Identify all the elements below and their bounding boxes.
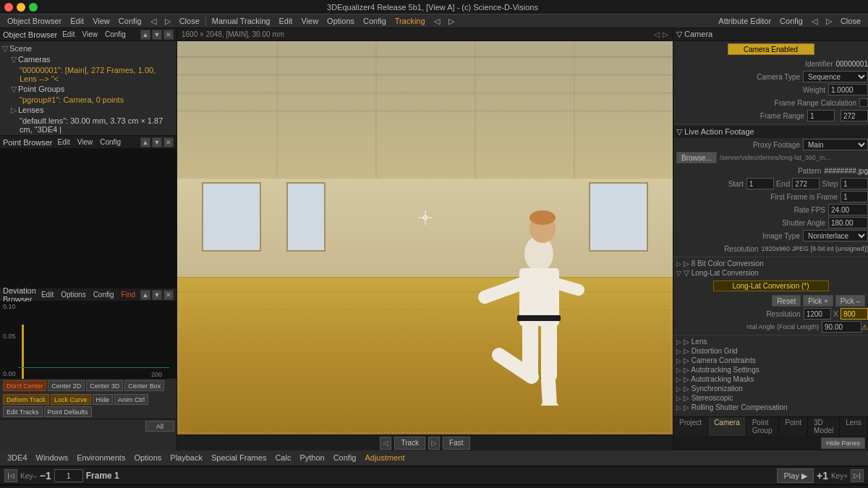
collapse-distortion-grid[interactable]: ▷ ▷ Distortion Grid (673, 346, 868, 356)
btn-camera-enabled[interactable]: Camera Enabled (728, 43, 814, 55)
btn-track-next[interactable]: ▷ (428, 437, 440, 450)
btn-long-lat-conversion[interactable]: Long-Lat Conversion (*) (713, 281, 829, 291)
attr-ll-res-x-input[interactable] (804, 308, 831, 320)
menu-attr-nav-left[interactable]: ◁ (807, 14, 822, 28)
menu-view-1[interactable]: View (88, 14, 114, 28)
menu-nav-right-1[interactable]: ▷ (161, 14, 175, 28)
btn-anim-ctrl[interactable]: Anim Ctrl (114, 394, 148, 405)
tree-pgroup-entry[interactable]: "pgroup#1": Camera, 0 points (2, 95, 174, 105)
collapse-rolling-shutter[interactable]: ▷ ▷ Rolling Shutter Compensation (673, 403, 868, 412)
ob-menu-edit[interactable]: Edit (60, 30, 77, 40)
menu-attr-editor[interactable]: Attribute Editor (714, 14, 775, 28)
menu-nav-right-2[interactable]: ▷ (444, 14, 459, 28)
dev-close[interactable]: ✕ (163, 290, 174, 300)
bm-playback[interactable]: Playback (166, 451, 207, 465)
btn-edit-tracks[interactable]: Edit Tracks (3, 406, 43, 417)
tab-point[interactable]: Point (779, 417, 808, 436)
tab-project[interactable]: Project (673, 417, 708, 436)
bm-python[interactable]: Python (295, 451, 328, 465)
menu-edit-1[interactable]: Edit (66, 14, 88, 28)
attr-proxy-select[interactable]: Main (803, 139, 868, 150)
ob-menu-view[interactable]: View (80, 30, 100, 40)
btn-deform-track[interactable]: Deform Track (3, 394, 49, 405)
tree-camera-entry[interactable]: "00000001": [Main], 272 Frames, 1.00, Le… (2, 65, 174, 84)
attr-frame-range-start[interactable] (807, 110, 835, 121)
btn-center-box[interactable]: Center Box (124, 380, 164, 391)
btn-browse[interactable]: Browse... (676, 152, 717, 163)
menu-options-2[interactable]: Options (323, 14, 359, 28)
collapse-camera-constraints[interactable]: ▷ ▷ Camera Constraints (673, 356, 868, 365)
menu-close-1[interactable]: Close (175, 14, 204, 28)
menu-attr-config[interactable]: Config (775, 14, 807, 28)
btn-play-first[interactable]: |◁ (4, 469, 17, 482)
attr-camera-type-select[interactable]: Sequence (803, 71, 868, 82)
attr-weight-input[interactable] (828, 84, 868, 95)
menu-nav-left-1[interactable]: ◁ (146, 14, 161, 28)
attr-rate-fps-input[interactable] (828, 204, 868, 215)
btn-play[interactable]: Play ▶ (777, 468, 813, 483)
vp-nav-right[interactable]: ▷ (663, 30, 668, 38)
ob-close[interactable]: ✕ (163, 30, 174, 40)
bm-adjustment[interactable]: Adjustment (360, 451, 409, 465)
menu-edit-2[interactable]: Edit (274, 14, 297, 28)
ob-menu-config[interactable]: Config (103, 30, 128, 40)
attr-ll-res-y-input[interactable] (841, 308, 868, 320)
tab-3d-model[interactable]: 3D Model (808, 417, 840, 436)
dev-menu-edit[interactable]: Edit (39, 290, 56, 300)
dev-menu-find[interactable]: Find (119, 290, 137, 300)
collapse-stereoscopic[interactable]: ▷ ▷ Stereoscopic (673, 393, 868, 403)
viewport-content[interactable] (177, 41, 673, 435)
bm-environments[interactable]: Environments (72, 451, 129, 465)
attr-first-frame-input[interactable] (841, 191, 868, 202)
btn-pick-plus[interactable]: Pick + (803, 295, 833, 307)
btn-center-3d[interactable]: Center 3D (86, 380, 123, 391)
bm-windows[interactable]: Windows (32, 451, 73, 465)
btn-hide[interactable]: Hide (93, 394, 114, 405)
btn-all[interactable]: All (145, 421, 174, 432)
tree-scene[interactable]: ▽Scene (2, 43, 174, 54)
attr-step-input[interactable] (841, 178, 868, 189)
pb-close[interactable]: ✕ (163, 137, 174, 147)
dev-menu-options[interactable]: Options (59, 290, 88, 300)
ob-nav-down[interactable]: ▼ (152, 30, 162, 40)
pb-menu-edit[interactable]: Edit (55, 137, 72, 147)
menu-nav-left-2[interactable]: ◁ (430, 14, 444, 28)
menu-manual-tracking[interactable]: Manual Tracking (208, 14, 275, 28)
attr-ll-angle-input[interactable] (822, 321, 861, 333)
btn-reset[interactable]: Reset (772, 295, 801, 307)
pb-nav-up[interactable]: ▲ (140, 137, 150, 147)
bm-options[interactable]: Options (129, 451, 166, 465)
bm-config[interactable]: Config (329, 451, 361, 465)
menu-attr-close[interactable]: Close (836, 14, 865, 28)
attr-image-type-select[interactable]: Noninterlace (803, 230, 868, 241)
menu-config-1[interactable]: Config (114, 14, 146, 28)
ob-nav-up[interactable]: ▲ (140, 30, 150, 40)
tab-camera[interactable]: Camera (708, 417, 746, 436)
bm-special-frames[interactable]: Special Frames (207, 451, 271, 465)
pb-menu-view[interactable]: View (75, 137, 95, 147)
attr-frame-range-calc-checkbox[interactable] (859, 98, 868, 107)
attr-frame-range-end[interactable] (841, 110, 868, 121)
btn-pick-minus[interactable]: Pick – (835, 295, 865, 307)
btn-track[interactable]: Track (394, 437, 425, 450)
btn-lock-curve[interactable]: Lock Curve (51, 394, 91, 405)
btn-center-2d[interactable]: Center 2D (48, 380, 85, 391)
dev-nav-up[interactable]: ▲ (140, 290, 150, 300)
attr-end-input[interactable] (792, 178, 820, 189)
btn-play-last[interactable]: ▷| (851, 469, 864, 482)
menu-tracking[interactable]: Tracking (391, 14, 430, 28)
tab-lens[interactable]: Lens (840, 417, 868, 436)
menu-attr-nav-right[interactable]: ▷ (822, 14, 836, 28)
vp-nav-left[interactable]: ◁ (654, 30, 660, 38)
close-button[interactable] (4, 3, 13, 12)
btn-point-defaults[interactable]: Point Defaults (44, 406, 92, 417)
btn-fast[interactable]: Fast (443, 437, 469, 450)
collapse-synchronization[interactable]: ▷ ▷ Synchronization (673, 384, 868, 393)
collapse-8bit-color[interactable]: ▷ ▷ 8 Bit Color Conversion (673, 259, 868, 268)
pb-menu-config[interactable]: Config (98, 137, 123, 147)
menu-view-2[interactable]: View (297, 14, 323, 28)
collapse-longlatconv[interactable]: ▽ ▽ Long-Lat Conversion (673, 268, 868, 278)
attr-start-input[interactable] (746, 178, 774, 189)
collapse-autotracking-settings[interactable]: ▷ ▷ Autotracking Settings (673, 365, 868, 374)
attr-shutter-input[interactable] (828, 217, 868, 228)
